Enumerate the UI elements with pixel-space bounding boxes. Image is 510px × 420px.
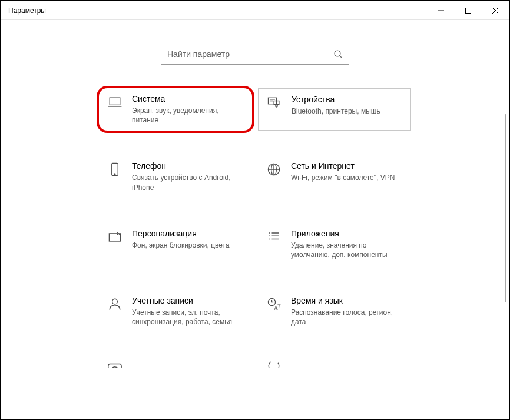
- tile-devices[interactable]: Устройства Bluetooth, принтеры, мышь: [258, 88, 411, 131]
- partial-row: [1, 358, 509, 368]
- time-language-icon: А字: [266, 296, 282, 312]
- close-button[interactable]: [482, 1, 509, 20]
- tile-phone[interactable]: Телефон Связать устройство с Android, iP…: [99, 155, 252, 198]
- globe-icon: [266, 161, 282, 178]
- tile-desc: Bluetooth, принтеры, мышь: [292, 106, 406, 116]
- tile-desc: Связать устройство с Android, iPhone: [132, 173, 247, 192]
- scrollbar-thumb[interactable]: [505, 114, 506, 302]
- tile-desc: Распознавание голоса, регион, дата: [291, 308, 406, 326]
- search-placeholder: Найти параметр: [167, 49, 230, 59]
- devices-icon: [266, 95, 283, 111]
- tile-title: Устройства: [292, 95, 406, 104]
- settings-grid: Система Экран, звук, уведомления, питани…: [1, 88, 509, 333]
- search-input[interactable]: Найти параметр: [161, 44, 349, 65]
- tile-network[interactable]: Сеть и Интернет Wi-Fi, режим "в самолете…: [258, 155, 411, 198]
- tile-system[interactable]: Система Экран, звук, уведомления, питани…: [99, 88, 252, 131]
- tile-title: Сеть и Интернет: [291, 161, 406, 171]
- svg-rect-10: [109, 234, 120, 241]
- apps-icon: [266, 229, 282, 245]
- tile-time-language[interactable]: А字 Время и язык Распознавание голоса, ре…: [258, 290, 411, 332]
- scrollbar-track[interactable]: [505, 114, 506, 407]
- tile-accounts[interactable]: Учетные записи Учетные записи, эл. почта…: [99, 290, 252, 332]
- svg-point-1: [335, 51, 340, 56]
- laptop-icon: [107, 94, 123, 111]
- maximize-icon: [465, 8, 471, 14]
- tile-title: Приложения: [291, 229, 406, 238]
- gaming-icon: [107, 358, 123, 368]
- svg-point-11: [112, 299, 118, 304]
- tile-desc: Учетные записи, эл. почта, синхронизация…: [132, 308, 247, 326]
- tile-apps[interactable]: Приложения Удаление, значения по умолчан…: [258, 223, 411, 265]
- tile-title: Система: [132, 94, 247, 104]
- svg-rect-0: [466, 8, 471, 14]
- minimize-icon: [438, 8, 444, 14]
- titlebar: Параметры: [1, 1, 509, 20]
- svg-text:字: 字: [277, 304, 281, 308]
- tile-title: Телефон: [132, 161, 247, 171]
- tile-title: Персонализация: [132, 229, 247, 238]
- phone-icon: [107, 161, 123, 178]
- accounts-icon: [107, 296, 123, 312]
- tile-desc: Фон, экран блокировки, цвета: [132, 241, 247, 250]
- svg-point-7: [114, 174, 115, 175]
- ease-of-access-icon: [266, 358, 282, 368]
- tile-gaming-partial[interactable]: [99, 358, 252, 368]
- tile-personalization[interactable]: Персонализация Фон, экран блокировки, цв…: [99, 223, 252, 265]
- minimize-button[interactable]: [428, 1, 455, 20]
- svg-rect-2: [110, 98, 120, 105]
- tile-desc: Удаление, значения по умолчанию, доп. ко…: [291, 241, 406, 259]
- tile-ease-partial[interactable]: [258, 358, 411, 368]
- search-icon: [333, 49, 343, 59]
- maximize-button[interactable]: [455, 1, 482, 20]
- tile-desc: Wi-Fi, режим "в самолете", VPN: [291, 173, 406, 182]
- window-title: Параметры: [8, 6, 46, 15]
- window-controls: [428, 1, 509, 20]
- tile-title: Учетные записи: [132, 296, 247, 305]
- tile-desc: Экран, звук, уведомления, питание: [132, 106, 247, 125]
- tile-title: Время и язык: [291, 296, 406, 305]
- personalization-icon: [107, 229, 123, 245]
- svg-point-5: [276, 105, 278, 108]
- close-icon: [492, 8, 498, 14]
